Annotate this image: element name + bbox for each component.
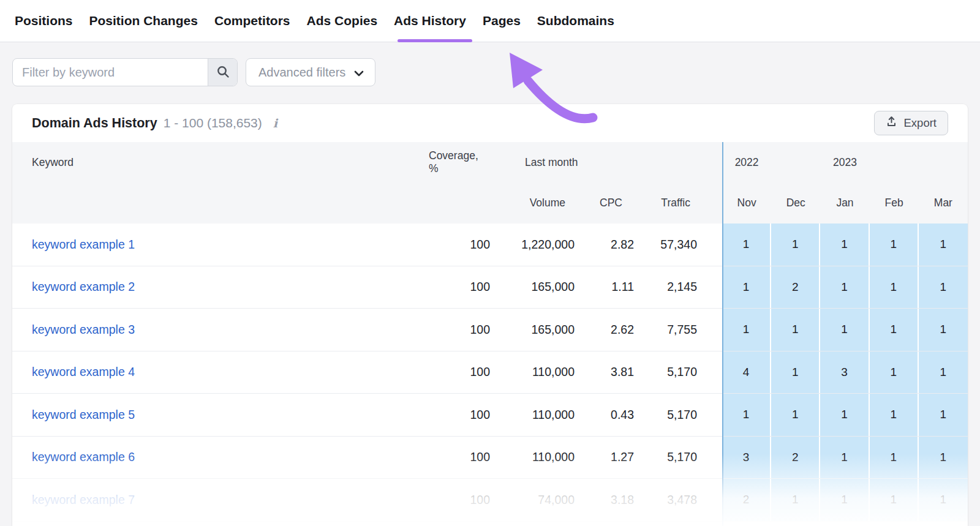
search-button[interactable] — [208, 59, 237, 86]
month-position-cell: 1 — [919, 351, 968, 394]
month-position-cell: 1 — [870, 479, 919, 521]
table-header: Keyword Coverage, % Last month 2022 2023… — [12, 142, 968, 224]
table-row: keyword example 5100110,0000.435,1701111… — [12, 394, 968, 437]
magnifier-icon — [216, 65, 230, 80]
tab-ads-history[interactable]: Ads History — [394, 0, 466, 42]
export-button[interactable]: Export — [874, 111, 948, 135]
month-position-cell: 1 — [771, 394, 820, 436]
table-row: keyword example 2100165,0001.112,1451211… — [12, 266, 968, 309]
tab-positions[interactable]: Positions — [15, 0, 73, 42]
month-position-cell: 3 — [820, 351, 869, 394]
panel-header: Domain Ads History 1 - 100 (158,653) i E… — [12, 104, 968, 142]
traffic-cell: 5,170 — [634, 351, 697, 394]
column-header-volume: Volume — [490, 182, 575, 224]
coverage-cell: 100 — [429, 224, 490, 266]
month-position-cell: 1 — [919, 479, 968, 521]
info-icon[interactable]: i — [273, 116, 277, 130]
keyword-link[interactable]: keyword example 6 — [32, 450, 135, 464]
keyword-link[interactable]: keyword example 5 — [32, 408, 135, 422]
results-range: 1 - 100 (158,653) — [164, 116, 262, 130]
month-position-cell: 1 — [771, 351, 820, 394]
month-position-cell: 1 — [722, 266, 771, 309]
column-group-last-month: Last month — [490, 142, 697, 182]
traffic-cell: 2,145 — [634, 266, 697, 309]
month-position-cell: 1 — [919, 394, 968, 436]
month-position-cell: 1 — [870, 394, 919, 436]
volume-cell: 165,000 — [490, 266, 575, 309]
column-header-month-jan: Jan — [820, 182, 869, 224]
advanced-filters-label: Advanced filters — [258, 66, 345, 80]
volume-cell: 1,220,000 — [490, 224, 575, 266]
month-position-cell: 1 — [870, 309, 919, 351]
month-position-cell: 2 — [722, 479, 771, 521]
traffic-cell: 3,478 — [634, 479, 697, 521]
column-header-traffic: Traffic — [634, 182, 697, 224]
tab-competitors[interactable]: Competitors — [214, 0, 290, 42]
coverage-cell: 100 — [429, 266, 490, 309]
traffic-cell: 57,340 — [634, 224, 697, 266]
coverage-cell: 100 — [429, 394, 490, 436]
panel-title: Domain Ads History — [32, 116, 157, 131]
column-header-month-nov: Nov — [722, 182, 771, 224]
keyword-link[interactable]: keyword example 2 — [32, 280, 135, 294]
month-position-cell: 1 — [820, 266, 869, 309]
month-position-cell: 1 — [722, 394, 771, 436]
month-position-cell: 1 — [771, 224, 820, 266]
month-position-cell: 1 — [919, 309, 968, 351]
coverage-cell: 100 — [429, 437, 490, 479]
keyword-link[interactable]: keyword example 3 — [32, 323, 135, 337]
filter-bar: Advanced filters — [12, 58, 375, 86]
traffic-cell: 5,170 — [634, 437, 697, 479]
table-row: keyword example 11001,220,0002.8257,3401… — [12, 224, 968, 266]
traffic-cell: 7,755 — [634, 309, 697, 351]
table-row: keyword example 710074,0003.183,47821111 — [12, 479, 968, 522]
domain-ads-history-panel: Domain Ads History 1 - 100 (158,653) i E… — [12, 104, 968, 526]
month-position-cell: 1 — [870, 437, 919, 479]
tab-subdomains[interactable]: Subdomains — [537, 0, 614, 42]
year-group-2022: 2022 — [722, 142, 771, 182]
month-position-cell: 1 — [722, 224, 771, 266]
column-header-month-mar: Mar — [919, 182, 968, 224]
cpc-cell: 3.18 — [575, 479, 634, 521]
table-row: keyword example 4100110,0003.815,1704131… — [12, 351, 968, 394]
advanced-filters-button[interactable]: Advanced filters — [246, 58, 375, 86]
column-header-month-feb: Feb — [870, 182, 919, 224]
month-position-cell: 1 — [820, 224, 869, 266]
column-header-cpc: CPC — [575, 182, 634, 224]
volume-cell: 110,000 — [490, 437, 575, 479]
month-position-cell: 3 — [722, 437, 771, 479]
table-row: keyword example 3100165,0002.627,7551111… — [12, 309, 968, 351]
month-position-cell: 4 — [722, 351, 771, 394]
tab-ads-copies[interactable]: Ads Copies — [307, 0, 378, 42]
keyword-link[interactable]: keyword example 4 — [32, 365, 135, 379]
cpc-cell: 3.81 — [575, 351, 634, 394]
keyword-filter-group — [12, 58, 238, 86]
month-position-cell: 1 — [820, 479, 869, 521]
month-position-cell: 1 — [771, 479, 820, 521]
column-header-month-dec: Dec — [771, 182, 820, 224]
tab-position-changes[interactable]: Position Changes — [89, 0, 198, 42]
coverage-cell: 100 — [429, 479, 490, 521]
month-position-cell: 1 — [722, 309, 771, 351]
column-header-coverage: Coverage, % — [429, 142, 490, 182]
month-position-cell: 1 — [820, 394, 869, 436]
keyword-link[interactable]: keyword example 1 — [32, 238, 135, 252]
upload-icon — [886, 116, 897, 130]
month-position-cell: 1 — [820, 437, 869, 479]
tab-pages[interactable]: Pages — [483, 0, 521, 42]
coverage-cell: 100 — [429, 309, 490, 351]
cpc-cell: 2.82 — [575, 224, 634, 266]
cpc-cell: 2.62 — [575, 309, 634, 351]
keyword-filter-input[interactable] — [13, 59, 208, 86]
table-row: keyword example 6100110,0001.275,1703211… — [12, 437, 968, 479]
month-position-cell: 2 — [771, 437, 820, 479]
month-position-cell: 1 — [870, 351, 919, 394]
ads-report-tabs: Positions Position Changes Competitors A… — [0, 0, 980, 42]
keyword-link[interactable]: keyword example 7 — [32, 493, 135, 507]
table-body: keyword example 11001,220,0002.8257,3401… — [12, 224, 968, 522]
export-label: Export — [904, 116, 937, 130]
month-position-cell: 1 — [870, 266, 919, 309]
cpc-cell: 0.43 — [575, 394, 634, 436]
traffic-cell: 5,170 — [634, 394, 697, 436]
month-position-cell: 1 — [870, 224, 919, 266]
